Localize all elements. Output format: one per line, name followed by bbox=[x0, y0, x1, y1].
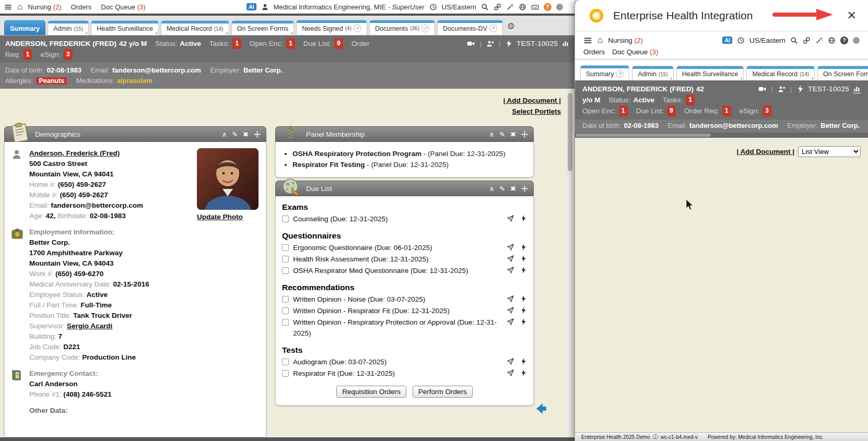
close-icon[interactable]: ✖ bbox=[243, 130, 249, 138]
menu-icon[interactable] bbox=[583, 36, 592, 45]
send-order-icon[interactable] bbox=[507, 295, 514, 302]
perform-now-bolt-icon[interactable] bbox=[520, 307, 527, 314]
perform-now-bolt-icon[interactable] bbox=[520, 295, 527, 302]
clock-icon[interactable] bbox=[429, 3, 437, 11]
nav-orders[interactable]: Orders bbox=[71, 3, 92, 11]
esign-count-badge[interactable]: 3 bbox=[763, 105, 771, 116]
timezone-label[interactable]: US/Eastern bbox=[749, 37, 785, 44]
popout-icon[interactable]: ↗ bbox=[616, 70, 624, 78]
link-icon[interactable] bbox=[494, 3, 501, 11]
due-item-checkbox[interactable] bbox=[282, 256, 289, 263]
order-req-count-badge[interactable]: 1 bbox=[722, 105, 731, 116]
tab-needs-signed[interactable]: Needs Signed(4)↗ bbox=[296, 20, 367, 35]
video-camera-icon[interactable] bbox=[758, 85, 766, 93]
nav-nursing[interactable]: Nursing (2) bbox=[28, 3, 61, 11]
globe-icon[interactable] bbox=[828, 37, 836, 44]
record-id[interactable]: TEST-10025 bbox=[808, 84, 849, 94]
globe-icon[interactable] bbox=[519, 3, 526, 11]
due-list-count-badge[interactable]: 9 bbox=[667, 105, 676, 116]
tab-health-surveillance[interactable]: Health Surveillance bbox=[91, 20, 159, 35]
menu-icon[interactable] bbox=[4, 3, 12, 11]
send-order-icon[interactable] bbox=[507, 255, 514, 262]
horizontal-scrollbar[interactable] bbox=[575, 133, 868, 138]
send-order-icon[interactable] bbox=[507, 370, 514, 376]
perform-now-bolt-icon[interactable] bbox=[520, 318, 527, 325]
patient-name-link[interactable]: Anderson, Frederick (Fred) bbox=[29, 149, 120, 157]
send-order-icon[interactable] bbox=[507, 307, 514, 314]
collapse-icon[interactable]: ∧ bbox=[489, 185, 495, 193]
scrollbar-thumb[interactable] bbox=[568, 93, 572, 171]
quick-action-bolt-icon[interactable] bbox=[796, 85, 804, 93]
nav-doc-queue[interactable]: Doc Queue (3) bbox=[101, 3, 145, 11]
nav-doc-queue[interactable]: Doc Queue (3) bbox=[612, 48, 659, 56]
chart-stats-icon[interactable] bbox=[853, 85, 861, 93]
tab-medical-record[interactable]: Medical Record(14) bbox=[161, 20, 229, 35]
edit-icon[interactable]: ✎ bbox=[232, 130, 238, 138]
tab-summary[interactable]: Summary↗ bbox=[580, 65, 629, 80]
home-icon[interactable]: ⌂ bbox=[17, 2, 22, 12]
due-item-checkbox[interactable] bbox=[282, 359, 289, 365]
send-order-icon[interactable] bbox=[507, 358, 514, 365]
send-order-icon[interactable] bbox=[507, 267, 514, 273]
vertical-scrollbar[interactable] bbox=[567, 91, 573, 435]
search-icon[interactable] bbox=[481, 3, 489, 11]
scrollbar-thumb[interactable] bbox=[576, 134, 711, 137]
collapse-icon[interactable]: ∧ bbox=[222, 130, 227, 138]
wand-icon[interactable] bbox=[815, 37, 823, 44]
close-icon[interactable]: ✖ bbox=[510, 130, 516, 138]
add-document-link[interactable]: | Add Document | bbox=[503, 95, 561, 106]
tab-on-screen-forms[interactable]: On Screen Forms bbox=[231, 20, 295, 35]
due-item-checkbox[interactable] bbox=[282, 370, 289, 377]
tasks-count-badge[interactable]: 1 bbox=[686, 94, 695, 105]
demographics-portlet-header[interactable]: Demographics ∧ ✎ ✖ bbox=[4, 126, 266, 142]
home-icon[interactable]: ⌂ bbox=[597, 35, 603, 45]
send-order-icon[interactable] bbox=[507, 244, 514, 251]
perform-now-bolt-icon[interactable] bbox=[520, 215, 527, 222]
record-id[interactable]: TEST-10025 bbox=[517, 38, 558, 49]
help-icon[interactable]: ? bbox=[840, 37, 848, 44]
due-list-header[interactable]: Due List ∧ ✎ ✖ bbox=[275, 181, 534, 196]
clock-icon[interactable] bbox=[737, 37, 745, 44]
link-icon[interactable] bbox=[803, 37, 811, 44]
update-photo-link[interactable]: Update Photo bbox=[197, 213, 243, 221]
nav-orders[interactable]: Orders bbox=[583, 48, 605, 56]
allergy-badge[interactable]: Peanuts bbox=[36, 77, 67, 85]
tab-admin[interactable]: Admin(15) bbox=[632, 66, 673, 80]
tab-admin[interactable]: Admin(15) bbox=[48, 20, 89, 35]
popout-icon[interactable]: ↗ bbox=[354, 25, 361, 32]
search-icon[interactable] bbox=[790, 37, 798, 44]
keyboard-icon[interactable] bbox=[531, 3, 539, 11]
perform-now-bolt-icon[interactable] bbox=[520, 358, 527, 365]
edit-icon[interactable]: ✎ bbox=[499, 130, 505, 138]
tab-settings-gear-icon[interactable]: ⚙ bbox=[507, 21, 515, 32]
select-portlets-link[interactable]: Select Portlets bbox=[503, 106, 561, 117]
supervisor-link[interactable]: Sergio Acardi bbox=[67, 322, 112, 330]
collapse-panel-arrow-icon[interactable] bbox=[534, 402, 548, 418]
open-enc-count-badge[interactable]: 1 bbox=[619, 105, 628, 116]
popout-icon[interactable]: ↗ bbox=[421, 25, 429, 32]
due-item-checkbox[interactable] bbox=[282, 319, 289, 326]
tab-summary[interactable]: Summary bbox=[4, 20, 45, 35]
wand-icon[interactable] bbox=[506, 3, 514, 11]
open-enc-count-badge[interactable]: 1 bbox=[286, 38, 295, 49]
edit-icon[interactable]: ✎ bbox=[499, 185, 505, 193]
ai-badge[interactable]: AI bbox=[722, 37, 732, 44]
nav-nursing[interactable]: Nursing (2) bbox=[608, 37, 643, 44]
due-item-checkbox[interactable] bbox=[282, 216, 289, 222]
perform-now-bolt-icon[interactable] bbox=[520, 244, 527, 251]
tab-documents[interactable]: Documents(36)↗ bbox=[369, 20, 435, 35]
move-icon[interactable] bbox=[254, 131, 261, 138]
timezone-label[interactable]: US/Eastern bbox=[442, 3, 476, 11]
add-document-link[interactable]: | Add Document | bbox=[736, 148, 794, 156]
due-item-checkbox[interactable] bbox=[282, 244, 289, 251]
due-item-checkbox[interactable] bbox=[282, 296, 289, 303]
due-list-count-badge[interactable]: 9 bbox=[334, 38, 343, 49]
chart-stats-icon[interactable] bbox=[561, 40, 569, 47]
close-icon[interactable]: ✖ bbox=[510, 185, 516, 193]
panel-membership-header[interactable]: ⚕ Panel Membership ∧ ✎ ✖ bbox=[275, 126, 534, 142]
add-person-icon[interactable] bbox=[778, 85, 785, 93]
order-req-count-badge[interactable]: 1 bbox=[24, 49, 32, 60]
tab-documents-dv[interactable]: Documents-DV↗ bbox=[437, 20, 503, 35]
info-icon[interactable]: ⓘ bbox=[653, 433, 658, 440]
tab-health-surveillance[interactable]: Health Surveillance bbox=[676, 66, 744, 80]
